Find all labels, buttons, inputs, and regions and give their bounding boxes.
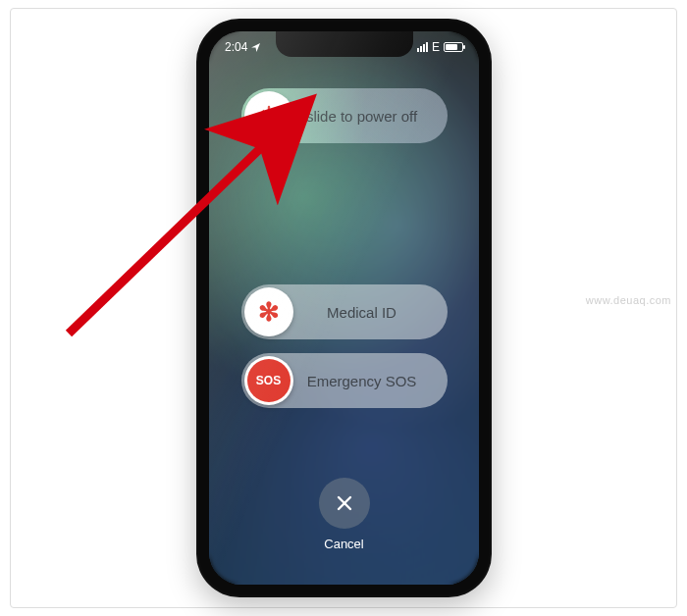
sos-slider-label: Emergency SOS	[296, 373, 448, 389]
medical-id-slider[interactable]: ✻ Medical ID	[241, 284, 448, 339]
cancel-label: Cancel	[324, 537, 363, 551]
sos-icon-text: SOS	[256, 374, 281, 387]
sos-badge: SOS	[247, 359, 291, 402]
emergency-sos-slider[interactable]: SOS Emergency SOS	[241, 353, 448, 408]
close-icon	[335, 493, 354, 513]
asterisk-icon: ✻	[258, 299, 280, 325]
phone-screen: 2:04 E slide to power off	[209, 31, 479, 585]
medical-slider-label: Medical ID	[296, 304, 448, 321]
power-icon	[257, 104, 281, 128]
notch	[276, 31, 413, 57]
status-right: E	[417, 37, 463, 57]
status-time: 2:04	[225, 40, 247, 54]
power-off-slider[interactable]: slide to power off	[241, 88, 448, 143]
watermark: www.deuaq.com	[586, 294, 671, 306]
sliders-group: slide to power off ✻ Medical ID SOS Emer…	[209, 88, 479, 422]
status-left: 2:04	[225, 37, 260, 57]
power-knob[interactable]	[244, 91, 293, 140]
medical-knob[interactable]: ✻	[244, 287, 293, 336]
power-slider-label: slide to power off	[296, 108, 448, 125]
sos-knob[interactable]: SOS	[244, 356, 293, 405]
cancel-group: Cancel	[319, 478, 370, 551]
cancel-button[interactable]	[319, 478, 370, 529]
phone-body: 2:04 E slide to power off	[196, 19, 492, 597]
signal-icon	[417, 42, 428, 52]
carrier-label: E	[432, 40, 440, 54]
location-icon	[251, 43, 260, 52]
battery-icon	[444, 42, 463, 52]
